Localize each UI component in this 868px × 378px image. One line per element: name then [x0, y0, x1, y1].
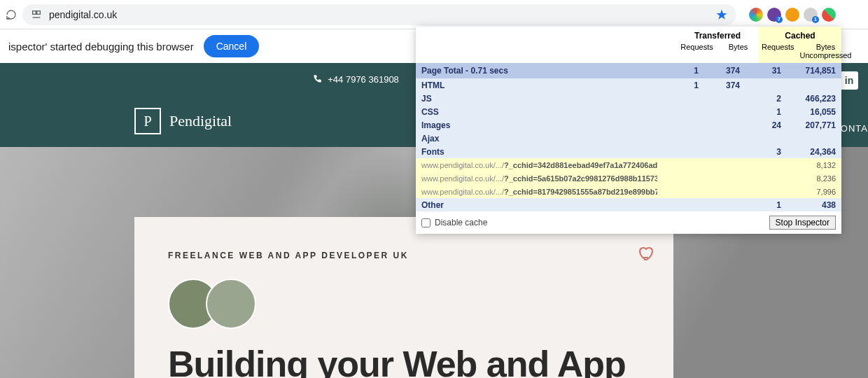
hero-headline: Building your Web and App [168, 344, 640, 378]
row-ajax[interactable]: Ajax [416, 132, 841, 145]
subcol-bytes-1: Bytes [718, 42, 759, 52]
extension-icon-4[interactable]: 1 [804, 8, 818, 22]
extension-icon-5[interactable] [822, 8, 836, 22]
avatar-2 [206, 279, 256, 329]
row-images[interactable]: Images24207,771 [416, 118, 841, 132]
extension-icon-1[interactable] [749, 8, 763, 22]
inspector-footer: Disable cache Stop Inspector [416, 211, 841, 234]
inspector-table: Page Total - 0.71 secs 1 374 31 714,851 … [416, 63, 841, 211]
disable-cache-label: Disable cache [435, 218, 487, 227]
subcol-bytes-2: Bytes Uncompressed [797, 42, 854, 60]
site-logo[interactable]: P Pendigital [134, 108, 232, 134]
svg-rect-1 [37, 10, 41, 14]
inspector-header: Transferred Requests Bytes Cached Reques… [416, 27, 841, 63]
extension-icons: 7 1 [749, 8, 836, 22]
address-bar[interactable]: pendigital.co.uk [22, 4, 736, 25]
hero-card: FREELANCE WEB AND APP DEVELOPER UK Build… [134, 217, 673, 378]
logo-text: Pendigital [169, 112, 232, 130]
row-html[interactable]: HTML1374 [416, 78, 841, 92]
hero-avatars [168, 279, 640, 329]
url-text: pendigital.co.uk [49, 9, 117, 20]
font-detail-row[interactable]: www.pendigital.co.uk/.../?_cchid=342d881… [416, 158, 841, 172]
subcol-requests-1: Requests [676, 42, 718, 52]
phone-contact[interactable]: +44 7976 361908 [312, 74, 399, 85]
subcol-requests-2: Requests [759, 42, 797, 60]
font-detail-row[interactable]: www.pendigital.co.uk/.../?_cchid=5a615b0… [416, 172, 841, 185]
extension-icon-3[interactable] [785, 8, 799, 22]
debug-message: ispector' started debugging this browser [8, 41, 194, 52]
col-transferred: Transferred [676, 29, 759, 42]
row-js[interactable]: JS2466,223 [416, 92, 841, 105]
row-css[interactable]: CSS116,055 [416, 105, 841, 118]
hero-tagline: FREELANCE WEB AND APP DEVELOPER UK [168, 251, 640, 260]
svg-rect-0 [33, 10, 36, 14]
reload-icon[interactable] [6, 9, 17, 20]
font-detail-row[interactable]: www.pendigital.co.uk/.../?_cchid=8179429… [416, 185, 841, 198]
disable-cache-checkbox[interactable] [421, 218, 430, 227]
extension-icon-2[interactable]: 7 [767, 8, 781, 22]
logo-mark: P [134, 108, 161, 134]
phone-text: +44 7976 361908 [328, 74, 399, 85]
col-cached: Cached [759, 29, 841, 42]
stop-inspector-button[interactable]: Stop Inspector [769, 216, 836, 230]
cancel-button[interactable]: Cancel [204, 35, 260, 57]
site-settings-icon[interactable] [31, 9, 42, 20]
inspector-panel: Transferred Requests Bytes Cached Reques… [416, 27, 841, 234]
browser-toolbar: pendigital.co.uk 7 1 [0, 0, 868, 29]
bookmark-star-icon[interactable] [715, 8, 728, 21]
row-fonts[interactable]: Fonts 3 24,364 [416, 145, 841, 158]
linkedin-icon[interactable]: in [840, 71, 858, 90]
phone-icon [312, 74, 322, 84]
heart-icon[interactable] [637, 245, 654, 262]
row-total[interactable]: Page Total - 0.71 secs 1 374 31 714,851 [416, 63, 841, 78]
row-other[interactable]: Other 1 438 [416, 198, 841, 211]
